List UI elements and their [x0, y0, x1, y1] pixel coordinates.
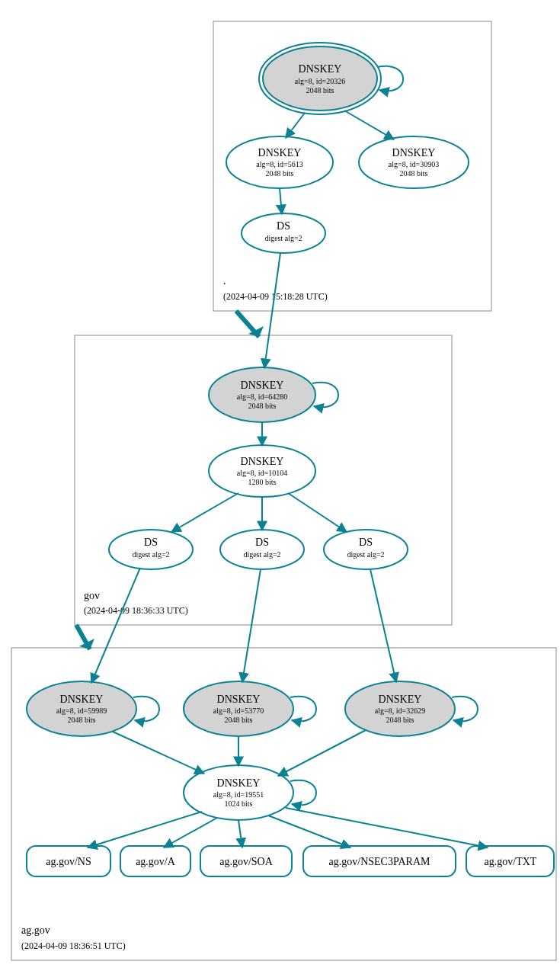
- svg-text:alg=8, id=30903: alg=8, id=30903: [389, 160, 439, 168]
- svg-text:alg=8, id=59989: alg=8, id=59989: [56, 706, 107, 715]
- svg-text:digest alg=2: digest alg=2: [347, 550, 384, 559]
- svg-text:DNSKEY: DNSKEY: [392, 147, 436, 159]
- svg-text:ag.gov/TXT: ag.gov/TXT: [485, 856, 537, 867]
- edge-govds3-agksk3: [370, 569, 396, 682]
- svg-text:alg=8, id=10104: alg=8, id=10104: [237, 469, 287, 477]
- svg-text:alg=8, id=19551: alg=8, id=19551: [213, 790, 264, 799]
- dnssec-chain-diagram: . (2024-04-09 15:18:28 UTC) DNSKEY alg=8…: [0, 0, 560, 974]
- svg-text:DNSKEY: DNSKEY: [241, 380, 284, 391]
- root-ds-node: DS digest alg=2: [242, 213, 325, 253]
- svg-text:2048 bits: 2048 bits: [248, 402, 277, 410]
- svg-text:DS: DS: [255, 537, 269, 548]
- edge-rootzsk1-ds: [280, 188, 282, 214]
- edge-agzsk-a: [164, 818, 217, 847]
- svg-text:digest alg=2: digest alg=2: [243, 550, 280, 559]
- svg-text:DNSKEY: DNSKEY: [258, 147, 302, 159]
- gov-zone-label: gov: [84, 590, 100, 601]
- edge-rootksk-zsk2: [344, 111, 394, 139]
- root-ksk-node: DNSKEY alg=8, id=20326 2048 bits: [259, 43, 381, 114]
- root-zone-label: .: [223, 275, 226, 287]
- edge-rootksk-zsk1: [286, 113, 305, 138]
- svg-text:alg=8, id=64280: alg=8, id=64280: [237, 392, 287, 401]
- ag-ksk1-node: DNSKEY alg=8, id=59989 2048 bits: [27, 681, 136, 736]
- svg-text:digest alg=2: digest alg=2: [264, 234, 302, 242]
- svg-text:2048 bits: 2048 bits: [266, 169, 294, 178]
- svg-text:DS: DS: [277, 220, 290, 232]
- gov-zone-timestamp: (2024-04-09 18:36:33 UTC): [84, 605, 188, 616]
- svg-text:DS: DS: [144, 537, 158, 548]
- ag-ksk3-self-edge: [452, 697, 478, 722]
- ag-ksk2-node: DNSKEY alg=8, id=53770 2048 bits: [184, 681, 293, 736]
- gov-ds1-node: DS digest alg=2: [109, 530, 193, 569]
- root-zsk2-node: DNSKEY alg=8, id=30903 2048 bits: [359, 136, 469, 188]
- gov-ksk-node: DNSKEY alg=8, id=64280 2048 bits: [209, 367, 315, 422]
- edge-govzsk-ds3: [288, 493, 347, 532]
- edge-govds2-agksk2: [242, 569, 261, 682]
- svg-text:DNSKEY: DNSKEY: [217, 777, 261, 789]
- edge-agzsk-ns: [88, 812, 202, 847]
- gov-ds2-node: DS digest alg=2: [220, 530, 304, 569]
- svg-text:1024 bits: 1024 bits: [225, 799, 253, 808]
- edge-agksk3-agzsk: [278, 730, 366, 776]
- ag-ksk3-node: DNSKEY alg=8, id=32629 2048 bits: [345, 681, 455, 736]
- svg-text:ag.gov/SOA: ag.gov/SOA: [219, 856, 274, 867]
- edge-govzsk-ds1: [171, 493, 238, 532]
- gov-ds3-node: DS digest alg=2: [324, 530, 408, 569]
- svg-text:2048 bits: 2048 bits: [386, 716, 414, 724]
- ag-ksk1-self-edge: [133, 697, 159, 722]
- svg-point-28: [220, 530, 304, 569]
- svg-text:alg=8, id=5613: alg=8, id=5613: [256, 160, 302, 168]
- svg-text:DNSKEY: DNSKEY: [241, 456, 284, 467]
- svg-text:2048 bits: 2048 bits: [225, 716, 253, 724]
- edge-agzsk-nsec3: [268, 815, 350, 847]
- svg-text:alg=8, id=32629: alg=8, id=32629: [375, 706, 425, 715]
- svg-text:DNSKEY: DNSKEY: [379, 694, 422, 705]
- edge-agksk1-agzsk: [113, 732, 204, 774]
- svg-text:DNSKEY: DNSKEY: [217, 694, 261, 705]
- svg-text:2048 bits: 2048 bits: [68, 716, 96, 724]
- svg-text:DS: DS: [359, 537, 373, 548]
- svg-text:2048 bits: 2048 bits: [306, 86, 334, 95]
- aggov-zone-label: ag.gov: [21, 924, 50, 936]
- root-zsk1-node: DNSKEY alg=8, id=5613 2048 bits: [226, 136, 333, 188]
- svg-point-25: [109, 530, 193, 569]
- svg-text:2048 bits: 2048 bits: [400, 169, 428, 178]
- gov-ksk-self-edge: [312, 383, 338, 408]
- svg-text:DNSKEY: DNSKEY: [299, 63, 342, 75]
- ag-zsk-self-edge: [290, 780, 316, 806]
- svg-point-13: [242, 213, 325, 253]
- svg-point-31: [324, 530, 408, 569]
- svg-text:ag.gov/A: ag.gov/A: [136, 856, 176, 867]
- gov-zsk-node: DNSKEY alg=8, id=10104 1280 bits: [209, 445, 315, 497]
- svg-text:1280 bits: 1280 bits: [248, 478, 277, 486]
- svg-text:ag.gov/NSEC3PARAM: ag.gov/NSEC3PARAM: [329, 856, 430, 867]
- svg-text:DNSKEY: DNSKEY: [60, 694, 104, 705]
- edge-agzsk-soa: [238, 820, 242, 847]
- ag-ksk2-self-edge: [290, 697, 316, 722]
- svg-text:digest alg=2: digest alg=2: [132, 550, 169, 559]
- svg-text:ag.gov/NS: ag.gov/NS: [46, 856, 91, 867]
- edge-agzsk-txt: [286, 808, 488, 847]
- svg-text:alg=8, id=53770: alg=8, id=53770: [213, 706, 264, 715]
- aggov-zone-timestamp: (2024-04-09 18:36:51 UTC): [21, 940, 126, 951]
- svg-text:alg=8, id=20326: alg=8, id=20326: [295, 77, 345, 85]
